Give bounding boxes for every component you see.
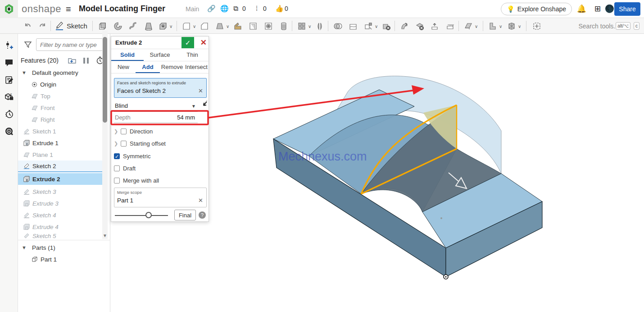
flip-direction-icon[interactable]	[201, 100, 209, 108]
notifications-bell-icon[interactable]: 🔔	[577, 4, 586, 14]
tree-node-top-plane[interactable]: Top	[18, 90, 103, 102]
rollback-slider-knob[interactable]	[145, 212, 152, 218]
direction-option[interactable]: ❯ Direction	[114, 127, 204, 136]
extrude-icon[interactable]	[98, 22, 107, 31]
confirm-check-button[interactable]: ✓	[181, 37, 194, 48]
tree-node-sketch-3[interactable]: Sketch 3	[18, 186, 103, 197]
frame-dropdown-caret[interactable]: ∨	[518, 24, 521, 29]
draft-option[interactable]: Draft	[114, 164, 204, 173]
transform-dropdown-caret[interactable]: ∨	[375, 24, 378, 29]
depth-field[interactable]: Depth 54 mm	[114, 113, 198, 123]
sheet-metal-dropdown-caret[interactable]: ∨	[499, 24, 502, 29]
history-stopwatch-icon[interactable]	[4, 109, 14, 119]
part-1-item[interactable]: Part 1	[18, 253, 103, 265]
share-button[interactable]: Share	[614, 2, 640, 16]
starting-offset-checkbox[interactable]	[121, 141, 127, 147]
rib-icon[interactable]	[233, 22, 242, 31]
split-icon[interactable]	[349, 22, 358, 31]
learning-center-icon[interactable]	[4, 126, 14, 136]
tab-solid[interactable]: Solid	[111, 49, 144, 61]
tree-node-extrude-3[interactable]: Extrude 3	[18, 197, 103, 209]
tree-node-sketch-1[interactable]: Sketch 1	[18, 125, 103, 137]
versions-dots-icon[interactable]: ⁞	[256, 5, 258, 12]
delete-face-icon[interactable]	[415, 22, 424, 31]
tree-node-sketch-4[interactable]: Sketch 4	[18, 209, 103, 221]
loft-icon[interactable]	[144, 22, 153, 31]
search-tools-label[interactable]: Search tools...	[579, 23, 619, 30]
explore-onshape-button[interactable]: 💡 Explore Onshape	[501, 3, 572, 15]
tree-node-sketch-5[interactable]: Sketch 5	[18, 233, 103, 239]
expand-chevron-icon[interactable]: ❯	[114, 141, 118, 147]
tree-scrollbar[interactable]: ▼	[102, 31, 108, 239]
sheet-metal-icon[interactable]	[488, 22, 497, 31]
tree-node-right-plane[interactable]: Right	[18, 114, 103, 125]
tree-node-front-plane[interactable]: Front	[18, 102, 103, 114]
tab-thin[interactable]: Thin	[176, 49, 209, 61]
rollback-slider-track[interactable]	[115, 215, 168, 216]
like-icon[interactable]: 👍	[275, 5, 284, 13]
modify-fillet-icon[interactable]	[400, 22, 409, 31]
properties-note-icon[interactable]	[4, 75, 14, 85]
draft-checkbox[interactable]	[114, 165, 120, 171]
onshape-logo[interactable]	[0, 0, 18, 18]
tree-node-plane-1[interactable]: Plane 1	[18, 149, 103, 161]
selection-frame-icon[interactable]	[532, 22, 541, 31]
shell-icon[interactable]	[249, 22, 258, 31]
chevron-down-icon[interactable]: ▼	[22, 245, 27, 250]
clear-selection-icon[interactable]: ✕	[198, 87, 203, 94]
tree-node-default-geometry[interactable]: ▼ Default geometry	[18, 67, 103, 78]
draft-dropdown-caret[interactable]: ∨	[226, 24, 229, 29]
merge-with-all-checkbox[interactable]	[114, 178, 120, 184]
mode-new[interactable]: New	[111, 61, 136, 73]
delete-part-icon[interactable]	[382, 22, 391, 31]
redo-icon[interactable]	[38, 22, 47, 31]
filter-funnel-icon[interactable]	[23, 40, 32, 51]
tree-node-origin[interactable]: Origin	[18, 78, 103, 90]
insert-version-icon[interactable]	[4, 41, 14, 50]
replace-face-icon[interactable]	[446, 22, 455, 31]
fillet-icon[interactable]	[182, 22, 191, 31]
filter-input[interactable]	[36, 38, 106, 51]
parts-section-header[interactable]: ▼ Parts (1)	[18, 242, 103, 253]
tree-node-sketch-2[interactable]: Sketch 2	[18, 161, 103, 172]
draft-icon[interactable]	[215, 22, 224, 31]
share-link-icon[interactable]: 🔗	[207, 5, 216, 13]
move-face-icon[interactable]	[431, 22, 440, 31]
tree-node-extrude-4[interactable]: Extrude 4	[18, 221, 103, 233]
plane-icon[interactable]	[464, 22, 473, 31]
hamburger-menu-icon[interactable]: ≡	[66, 4, 71, 14]
tab-surface[interactable]: Surface	[144, 49, 176, 61]
dialog-close-icon[interactable]: ✕	[200, 38, 207, 47]
mode-add[interactable]: Add	[136, 61, 160, 73]
parts-question-icon[interactable]: ?	[4, 92, 14, 102]
help-icon[interactable]: ?	[199, 211, 206, 219]
symmetric-checkbox[interactable]: ✓	[114, 153, 120, 159]
apps-grid-icon[interactable]: ⊞	[594, 4, 601, 14]
end-condition-select[interactable]: Blind ▼	[114, 101, 198, 112]
origin-marker[interactable]	[444, 275, 448, 279]
mirror-icon[interactable]	[315, 22, 324, 31]
sketch-button[interactable]: Sketch	[55, 21, 87, 31]
chamfer-icon[interactable]	[200, 22, 209, 31]
scrollbar-down-arrow[interactable]: ▼	[103, 233, 107, 238]
chevron-down-icon[interactable]: ▼	[22, 70, 27, 75]
merge-scope-box[interactable]: Merge scope Part 1 ✕	[114, 188, 207, 207]
suppress-pause-icon[interactable]	[82, 56, 90, 67]
revolve-icon[interactable]	[113, 22, 122, 31]
final-button[interactable]: Final	[174, 210, 196, 220]
thicken-icon[interactable]	[159, 22, 168, 31]
branch-name[interactable]: Main	[186, 5, 199, 13]
tree-node-extrude-2[interactable]: Extrude 2	[18, 173, 103, 185]
sweep-icon[interactable]	[129, 22, 138, 31]
direction-checkbox[interactable]	[121, 128, 127, 134]
pattern-dropdown-caret[interactable]: ∨	[308, 24, 311, 29]
fillet-dropdown-caret[interactable]: ∨	[193, 24, 196, 29]
mode-remove[interactable]: Remove	[160, 61, 184, 73]
thread-icon[interactable]	[279, 22, 288, 31]
expand-chevron-icon[interactable]: ❯	[114, 128, 118, 134]
clear-merge-scope-icon[interactable]: ✕	[198, 197, 203, 204]
plane-dropdown-caret[interactable]: ∨	[475, 24, 478, 29]
hole-icon[interactable]	[264, 22, 273, 31]
starting-offset-option[interactable]: ❯ Starting offset	[114, 139, 204, 148]
faces-selection-box[interactable]: Faces and sketch regions to extrude Face…	[114, 78, 207, 98]
